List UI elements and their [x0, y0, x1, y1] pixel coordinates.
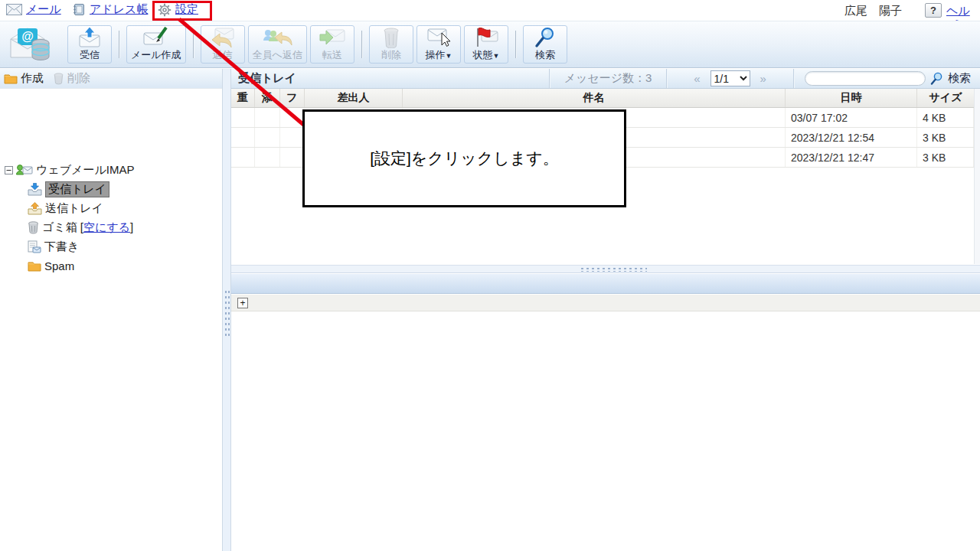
tree-root-account[interactable]: ウェブメールIMAP: [0, 161, 222, 180]
reply-all-button: 全員へ返信: [248, 25, 307, 64]
delete-button: 削除: [369, 25, 413, 64]
forward-button: 転送: [310, 25, 354, 64]
empty-trash-wrap: [空にする]: [80, 220, 133, 235]
username: 広尾 陽子: [844, 4, 902, 18]
actions-menu-button[interactable]: 操作▼: [416, 25, 461, 64]
pager-next-button[interactable]: »: [760, 72, 766, 85]
nav-mail-label[interactable]: メール: [26, 2, 61, 17]
status-label: 状態▼: [472, 48, 499, 62]
compose-label: メール作成: [131, 48, 181, 62]
folder-create-icon: [4, 73, 18, 84]
row-date: 03/07 17:02: [786, 108, 917, 127]
horizontal-splitter-grip-icon: [580, 267, 647, 272]
reply-all-label: 全員へ返信: [253, 48, 302, 62]
mail-icon: [6, 4, 22, 15]
receive-button[interactable]: 受信: [67, 25, 112, 64]
search-input[interactable]: [805, 71, 926, 86]
folder-sent[interactable]: 送信トレイ: [0, 199, 222, 218]
preview-header-bar: [231, 274, 980, 294]
nav-settings[interactable]: 設定: [158, 2, 198, 17]
quick-search: 検索: [794, 69, 980, 88]
folder-inbox[interactable]: 受信トレイ: [0, 180, 222, 199]
sent-label[interactable]: 送信トレイ: [45, 201, 103, 216]
quick-search-label[interactable]: 検索: [948, 71, 971, 86]
column-importance[interactable]: 重: [231, 89, 255, 107]
reply-label: 返信: [213, 48, 233, 62]
column-subject[interactable]: 件名: [403, 89, 786, 107]
delete-label: 削除: [381, 48, 401, 62]
drafts-icon: [28, 240, 41, 253]
column-size[interactable]: サイズ: [917, 89, 974, 107]
dropdown-arrow-icon: ▼: [445, 52, 452, 60]
column-attachment[interactable]: 添: [255, 89, 280, 107]
gear-icon: [158, 3, 172, 17]
search-icon: [534, 27, 556, 48]
expand-button[interactable]: +: [237, 298, 248, 308]
page-select[interactable]: 1/1: [710, 70, 750, 86]
folder-delete-label: 削除: [67, 71, 90, 86]
status-menu-button[interactable]: 状態▼: [464, 25, 508, 64]
compose-button[interactable]: メール作成: [126, 25, 186, 64]
toolbar-separator: [119, 31, 119, 58]
inbox-icon: [28, 183, 42, 196]
folder-create-label[interactable]: 作成: [21, 71, 44, 86]
search-icon[interactable]: [930, 72, 943, 85]
row-date: 2023/12/21 12:54: [786, 128, 917, 147]
nav-addressbook[interactable]: アドレス帳: [73, 2, 148, 17]
actions-label: 操作▼: [425, 48, 452, 62]
folder-icon: [28, 260, 41, 272]
spam-label[interactable]: Spam: [44, 259, 74, 272]
row-size: 3 KB: [917, 148, 974, 167]
trash-label[interactable]: ゴミ箱: [42, 220, 77, 235]
addressbook-icon: [73, 3, 86, 16]
folder-spam[interactable]: Spam: [0, 256, 222, 276]
pager-prev-button[interactable]: «: [694, 72, 700, 85]
vertical-splitter[interactable]: [222, 69, 231, 551]
delete-icon: [382, 27, 400, 48]
nav-mail[interactable]: メール: [6, 2, 61, 17]
folder-delete-icon: [53, 73, 64, 85]
account-label[interactable]: ウェブメールIMAP: [36, 163, 134, 178]
list-scrollbar[interactable]: [974, 89, 980, 264]
nav-settings-label[interactable]: 設定: [175, 2, 198, 17]
empty-trash-link[interactable]: 空にする: [83, 220, 130, 233]
actions-icon: [426, 27, 451, 48]
inbox-label[interactable]: 受信トレイ: [45, 181, 109, 197]
row-size: 3 KB: [917, 128, 974, 147]
toolbar-separator: [361, 31, 362, 58]
nav-addressbook-label[interactable]: アドレス帳: [90, 2, 148, 17]
vertical-splitter-grip-icon: [224, 289, 230, 337]
column-date[interactable]: 日時: [786, 89, 917, 107]
account-icon: [16, 164, 33, 177]
annotation-callout: [設定]をクリックします。: [302, 109, 626, 207]
folder-drafts[interactable]: 下書き: [0, 237, 222, 256]
preview-collapse-bar: +: [231, 295, 980, 311]
svg-text:@: @: [21, 30, 34, 43]
collapse-icon[interactable]: [5, 166, 13, 174]
list-header-bar: 受信トレイ メッセージ数：3 « 1/1 » 検索: [231, 69, 980, 89]
mail-toolbar: @ 受信: [0, 21, 980, 68]
status-icon: [474, 27, 498, 48]
message-count: メッセージ数：3: [550, 69, 666, 88]
folder-tree: ウェブメールIMAP 受信トレイ 送信トレイ: [0, 161, 222, 276]
top-nav: メール アドレス帳: [0, 0, 980, 21]
folder-trash[interactable]: ゴミ箱 [空にする]: [0, 218, 222, 237]
help-question-button[interactable]: ?: [925, 3, 942, 18]
toolbar-separator: [515, 31, 516, 58]
webmail-app: メール アドレス帳: [0, 0, 980, 551]
compose-icon: [143, 27, 169, 48]
reply-button: 返信: [201, 25, 245, 64]
drafts-label[interactable]: 下書き: [44, 240, 79, 254]
horizontal-splitter[interactable]: [231, 265, 980, 273]
column-flag[interactable]: フ: [280, 89, 305, 107]
list-column-headers: 重 添 フ 差出人 件名 日時 サイズ: [231, 89, 974, 108]
dropdown-arrow-icon: ▼: [492, 52, 499, 60]
column-sender[interactable]: 差出人: [305, 89, 403, 107]
receive-label: 受信: [80, 48, 100, 62]
trash-icon: [28, 221, 39, 234]
receive-icon: [78, 27, 101, 48]
reply-all-icon: [262, 27, 292, 48]
folder-toolbar: 作成 削除: [0, 69, 222, 89]
row-size: 4 KB: [917, 108, 974, 127]
search-button[interactable]: 検索: [523, 25, 567, 64]
